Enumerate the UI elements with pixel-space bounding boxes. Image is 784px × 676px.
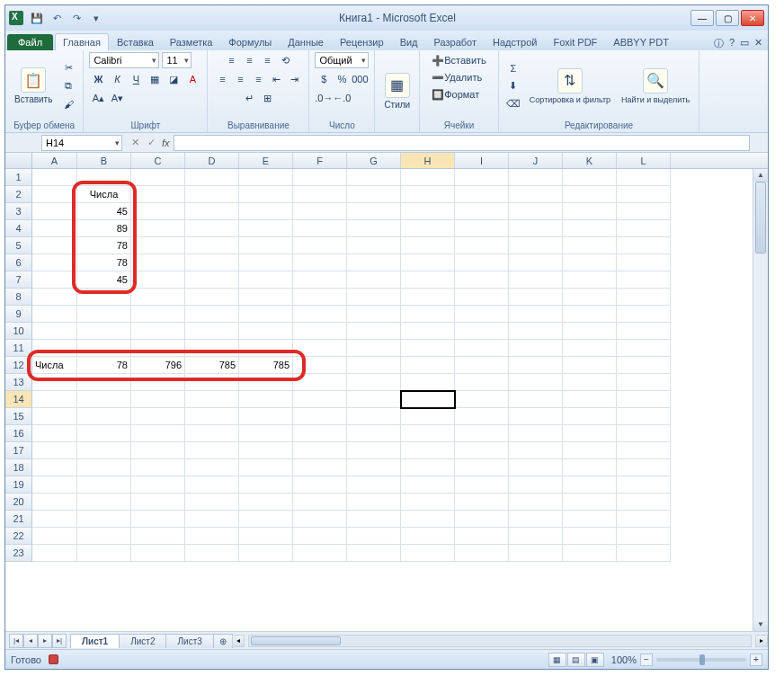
cell-H20[interactable] bbox=[401, 494, 455, 511]
cell-L21[interactable] bbox=[617, 511, 671, 528]
cell-F4[interactable] bbox=[293, 220, 347, 237]
cell-A10[interactable] bbox=[32, 323, 77, 340]
cell-G14[interactable] bbox=[347, 391, 401, 408]
col-header-F[interactable]: F bbox=[293, 153, 347, 168]
col-header-H[interactable]: H bbox=[401, 153, 455, 168]
row-header-19[interactable]: 19 bbox=[5, 476, 32, 494]
cell-K5[interactable] bbox=[563, 237, 617, 254]
cell-B10[interactable] bbox=[77, 323, 131, 340]
cell-F3[interactable] bbox=[293, 203, 347, 220]
cell-G6[interactable] bbox=[347, 254, 401, 271]
ribbon-tab-3[interactable]: Формулы bbox=[220, 33, 280, 50]
cell-D5[interactable] bbox=[185, 237, 239, 254]
cell-I19[interactable] bbox=[455, 476, 509, 494]
cell-I4[interactable] bbox=[455, 220, 509, 237]
delete-cells-button[interactable]: ➖ Удалить bbox=[425, 69, 488, 85]
cell-B4[interactable]: 89 bbox=[77, 220, 131, 237]
cell-E19[interactable] bbox=[239, 476, 293, 494]
cell-J5[interactable] bbox=[509, 237, 563, 254]
cell-J14[interactable] bbox=[509, 391, 563, 408]
increase-decimal-button[interactable]: .0→ bbox=[315, 90, 333, 106]
increase-font-button[interactable]: A▴ bbox=[89, 90, 107, 106]
cell-G9[interactable] bbox=[347, 306, 401, 323]
row-header-13[interactable]: 13 bbox=[5, 374, 32, 391]
cell-C12[interactable]: 796 bbox=[131, 357, 185, 374]
cell-D17[interactable] bbox=[185, 442, 239, 459]
currency-button[interactable]: $ bbox=[315, 71, 333, 87]
cell-J23[interactable] bbox=[509, 545, 563, 562]
col-header-L[interactable]: L bbox=[617, 153, 671, 168]
cell-E14[interactable] bbox=[239, 391, 293, 408]
row-header-9[interactable]: 9 bbox=[5, 306, 32, 323]
cell-A11[interactable] bbox=[32, 340, 77, 357]
cell-C1[interactable] bbox=[131, 169, 185, 186]
row-header-23[interactable]: 23 bbox=[5, 545, 32, 562]
font-name-combo[interactable]: Calibri bbox=[89, 52, 159, 68]
cell-G12[interactable] bbox=[347, 357, 401, 374]
cell-L22[interactable] bbox=[617, 528, 671, 545]
cell-B7[interactable]: 45 bbox=[77, 271, 131, 289]
scroll-up-icon[interactable]: ▲ bbox=[753, 169, 768, 182]
cell-J17[interactable] bbox=[509, 442, 563, 459]
cell-L9[interactable] bbox=[617, 306, 671, 323]
cell-B9[interactable] bbox=[77, 306, 131, 323]
cell-A7[interactable] bbox=[32, 271, 77, 289]
cell-I6[interactable] bbox=[455, 254, 509, 271]
cell-I10[interactable] bbox=[455, 323, 509, 340]
cell-K9[interactable] bbox=[563, 306, 617, 323]
ribbon-tab-9[interactable]: Foxit PDF bbox=[545, 33, 605, 50]
horizontal-scrollbar[interactable] bbox=[248, 635, 752, 647]
cell-G7[interactable] bbox=[347, 271, 401, 289]
underline-button[interactable]: Ч bbox=[127, 71, 145, 87]
cell-B23[interactable] bbox=[77, 545, 131, 562]
cell-F21[interactable] bbox=[293, 511, 347, 528]
cell-G4[interactable] bbox=[347, 220, 401, 237]
percent-button[interactable]: % bbox=[333, 71, 351, 87]
cell-D9[interactable] bbox=[185, 306, 239, 323]
paste-button[interactable]: 📋 Вставить bbox=[11, 66, 56, 106]
cell-I11[interactable] bbox=[455, 340, 509, 357]
cell-F6[interactable] bbox=[293, 254, 347, 271]
cell-L11[interactable] bbox=[617, 340, 671, 357]
cell-K13[interactable] bbox=[563, 374, 617, 391]
sheet-nav-prev[interactable]: ◂ bbox=[23, 634, 38, 648]
cell-D18[interactable] bbox=[185, 459, 239, 476]
cell-C19[interactable] bbox=[131, 476, 185, 494]
cell-C8[interactable] bbox=[131, 289, 185, 306]
cell-K20[interactable] bbox=[563, 494, 617, 511]
zoom-out-button[interactable]: − bbox=[640, 654, 653, 666]
cell-E4[interactable] bbox=[239, 220, 293, 237]
cell-K2[interactable] bbox=[563, 186, 617, 203]
cell-C23[interactable] bbox=[131, 545, 185, 562]
cell-J1[interactable] bbox=[509, 169, 563, 186]
cell-J15[interactable] bbox=[509, 408, 563, 425]
cell-D1[interactable] bbox=[185, 169, 239, 186]
fill-color-button[interactable]: ◪ bbox=[165, 71, 183, 87]
comma-button[interactable]: 000 bbox=[351, 71, 369, 87]
cell-B5[interactable]: 78 bbox=[77, 237, 131, 254]
cell-G2[interactable] bbox=[347, 186, 401, 203]
cell-I3[interactable] bbox=[455, 203, 509, 220]
cell-I18[interactable] bbox=[455, 459, 509, 476]
cell-E8[interactable] bbox=[239, 289, 293, 306]
hscroll-thumb[interactable] bbox=[251, 636, 341, 645]
wrap-text-button[interactable]: ↵ bbox=[240, 90, 258, 106]
view-layout-button[interactable]: ▤ bbox=[567, 653, 585, 667]
cell-H2[interactable] bbox=[401, 186, 455, 203]
cell-L1[interactable] bbox=[617, 169, 671, 186]
cell-E1[interactable] bbox=[239, 169, 293, 186]
cell-D23[interactable] bbox=[185, 545, 239, 562]
cell-D7[interactable] bbox=[185, 271, 239, 289]
cell-I20[interactable] bbox=[455, 494, 509, 511]
row-header-12[interactable]: 12 bbox=[5, 357, 32, 374]
cell-E9[interactable] bbox=[239, 306, 293, 323]
cell-J21[interactable] bbox=[509, 511, 563, 528]
cell-E18[interactable] bbox=[239, 459, 293, 476]
cell-D8[interactable] bbox=[185, 289, 239, 306]
cell-C7[interactable] bbox=[131, 271, 185, 289]
file-tab[interactable]: Файл bbox=[7, 34, 53, 50]
cell-C18[interactable] bbox=[131, 459, 185, 476]
col-header-E[interactable]: E bbox=[239, 153, 293, 168]
cell-H1[interactable] bbox=[401, 169, 455, 186]
cell-E12[interactable]: 785 bbox=[239, 357, 293, 374]
